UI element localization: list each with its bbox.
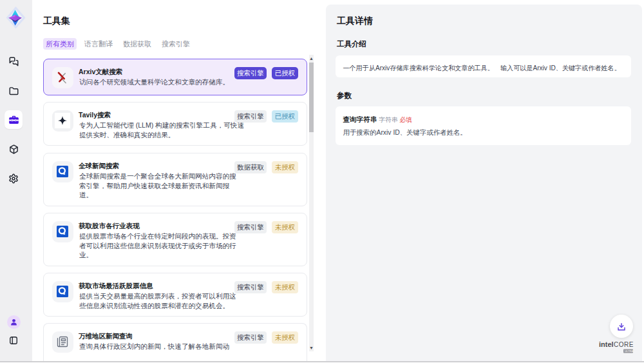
svg-text:intel: intel: [599, 340, 614, 348]
svg-text:CORE: CORE: [614, 341, 634, 348]
svg-text:ULTRA: ULTRA: [625, 349, 634, 353]
